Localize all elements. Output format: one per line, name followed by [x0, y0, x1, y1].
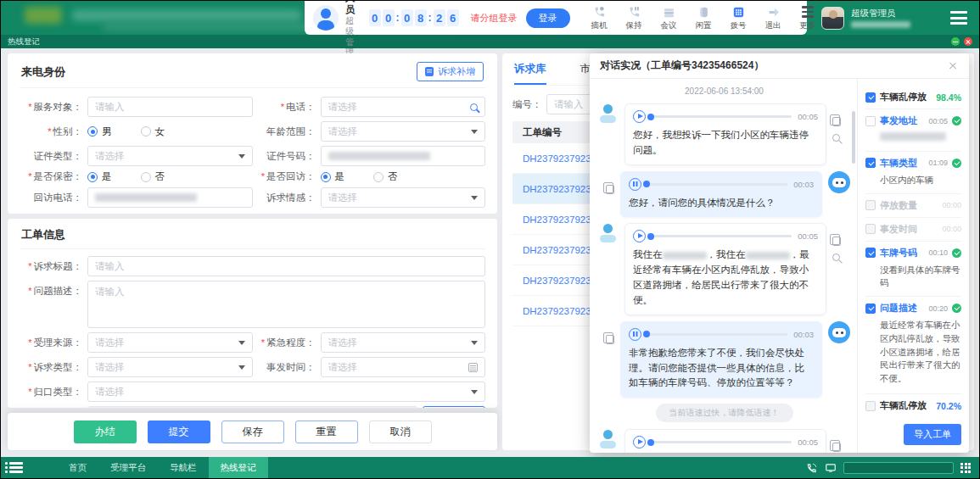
copy-icon[interactable] — [606, 335, 614, 344]
callback-yes-radio[interactable]: 是 — [321, 170, 345, 183]
id-type-select[interactable]: 请选择 — [87, 146, 253, 166]
play-button[interactable] — [633, 230, 646, 242]
urgency-select[interactable]: 请选择 — [321, 332, 486, 353]
checkbox[interactable] — [865, 248, 876, 258]
top-header: 坐席人员 超级管理员 0 0 : 0 8 : 2 6 请分组登录 登录 — [1, 1, 979, 35]
pause-button[interactable] — [629, 328, 641, 341]
category-label: 归口类型： — [20, 386, 87, 398]
redacted-header-text — [72, 9, 301, 21]
timer-digit: 6 — [447, 9, 459, 26]
success-check-icon — [952, 159, 961, 168]
problem-desc-textarea[interactable]: 请输入 — [87, 281, 485, 328]
cancel-button[interactable]: 取消 — [369, 421, 432, 443]
chat-message-caller: 00:05 我住在，我住在，最近经常有车辆在小区内乱停乱放，导致小区道路拥堵，给… — [598, 223, 850, 315]
close-button[interactable] — [964, 37, 972, 46]
checkbox[interactable] — [865, 92, 876, 103]
pause-button[interactable] — [629, 178, 641, 191]
copy-icon[interactable] — [832, 443, 841, 452]
phone-icon[interactable] — [806, 462, 818, 474]
bottom-tab-hotline[interactable]: 热线登记 — [209, 457, 268, 478]
appeal-supplement-button[interactable]: 诉求补增 — [417, 62, 484, 81]
chevron-down-icon — [471, 196, 478, 200]
play-button[interactable] — [633, 110, 646, 123]
checkbox[interactable] — [865, 200, 876, 210]
task-list-icon[interactable] — [9, 462, 23, 473]
finish-button[interactable]: 办结 — [74, 421, 137, 443]
section-title-caller: 来电身份 — [21, 64, 65, 80]
map-locate-button[interactable]: 地图定位 — [423, 406, 485, 408]
chat-message-bot: 00:03 您好，请问您的具体情况是什么？ — [598, 171, 850, 218]
hamburger-menu-icon[interactable] — [950, 11, 967, 25]
control-exit[interactable]: 退出 — [758, 4, 789, 31]
category-select[interactable]: 请选择 — [87, 382, 485, 402]
audio-progress[interactable] — [652, 235, 792, 237]
audio-progress[interactable] — [647, 183, 787, 186]
user-avatar[interactable] — [821, 7, 844, 30]
speech-rate-notice: 当前语速过快，请降低语速！ — [598, 404, 850, 422]
search-icon[interactable] — [470, 103, 478, 111]
login-button[interactable]: 登录 — [526, 8, 570, 28]
audio-progress[interactable] — [652, 115, 792, 118]
accept-source-label: 受理来源： — [20, 337, 87, 349]
phone-select[interactable]: 请选择 — [321, 97, 486, 117]
checkbox[interactable] — [865, 116, 876, 126]
control-hold[interactable]: 保持 — [619, 4, 650, 31]
chat-message-caller: 00:05 我没有看到具体的车牌号码，但是停放的位置是在小区的主干道上，影响了其… — [598, 429, 850, 453]
confidential-yes-radio[interactable]: 是 — [87, 170, 112, 183]
copy-icon[interactable] — [832, 237, 841, 246]
monitor-icon[interactable] — [825, 462, 837, 474]
gender-male-radio[interactable]: 男 — [87, 125, 112, 138]
checkbox[interactable] — [865, 158, 876, 168]
bottom-tab-navbar[interactable]: 导航栏 — [158, 457, 209, 478]
accept-source-select[interactable]: 请选择 — [87, 332, 253, 353]
control-dial[interactable]: 拨号 — [723, 4, 754, 31]
status-input[interactable] — [843, 462, 954, 474]
age-range-select[interactable]: 请选择 — [321, 121, 486, 142]
control-pickup[interactable]: 摘机 — [584, 4, 615, 31]
reset-button[interactable]: 重置 — [295, 421, 358, 443]
checkbox[interactable] — [865, 401, 876, 411]
id-number-input[interactable] — [321, 146, 486, 166]
emotion-select[interactable]: 请选择 — [321, 187, 486, 208]
audio-progress[interactable] — [647, 333, 787, 336]
gender-female-radio[interactable]: 女 — [141, 125, 165, 138]
caller-avatar-icon — [598, 223, 619, 243]
robot-avatar-icon — [828, 321, 850, 343]
control-conference[interactable]: 会议 — [653, 4, 685, 31]
control-idle[interactable]: 闲置 — [688, 4, 720, 31]
tab-appeal-library[interactable]: 诉求库 — [514, 62, 546, 85]
play-button[interactable] — [633, 436, 646, 448]
callback-phone-input[interactable] — [87, 187, 253, 208]
checkbox[interactable] — [865, 224, 876, 234]
audio-progress[interactable] — [652, 441, 792, 443]
submit-button[interactable]: 提交 — [148, 421, 210, 443]
search-icon[interactable] — [832, 134, 840, 142]
appeal-type-select[interactable]: 请选择 — [87, 357, 253, 377]
copy-icon[interactable] — [606, 185, 614, 194]
search-icon[interactable] — [832, 253, 840, 261]
appeal-type-label: 诉求类型： — [20, 361, 87, 374]
extraction-item: 车牌号码 00:10 没看到具体的车牌号码 — [865, 242, 961, 298]
appeal-title-input[interactable] — [87, 256, 485, 276]
application-window: 坐席人员 超级管理员 0 0 : 0 8 : 2 6 请分组登录 登录 — [1, 1, 979, 478]
minimize-button[interactable] — [951, 37, 960, 46]
chat-date: 2022-06-06 13:54:00 — [598, 86, 850, 96]
confidential-no-radio[interactable]: 否 — [141, 170, 165, 183]
app-grid-icon[interactable] — [960, 463, 971, 473]
import-workorder-button[interactable]: 导入工单 — [904, 424, 961, 445]
callback-phone-label: 回访电话： — [20, 192, 87, 204]
redacted-callback-phone — [95, 193, 197, 202]
bottom-tab-home[interactable]: 首页 — [57, 457, 98, 478]
incident-time-picker[interactable]: 请选择 — [321, 357, 486, 377]
chat-scrollbar[interactable] — [852, 111, 855, 164]
id-type-label: 证件类型： — [20, 150, 87, 163]
callback-no-radio[interactable]: 否 — [373, 170, 398, 183]
copy-icon[interactable] — [832, 117, 841, 126]
dialog-close-icon[interactable] — [947, 60, 959, 72]
chat-message-bot: 00:03 非常抱歉给您带来了不便，我们会尽快处理。请问您能否提供一些具体的信息… — [598, 321, 850, 398]
save-button[interactable]: 保存 — [221, 421, 284, 443]
bottom-tab-platform[interactable]: 受理平台 — [98, 457, 158, 478]
checkbox[interactable] — [865, 304, 876, 314]
agent-avatar-icon — [313, 5, 339, 31]
service-target-input[interactable] — [87, 97, 253, 117]
